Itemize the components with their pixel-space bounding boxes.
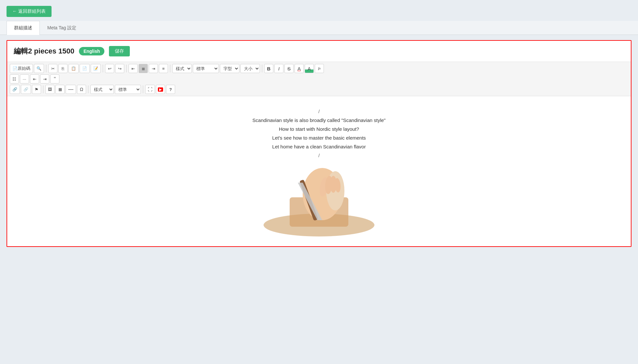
illustration-svg xyxy=(251,165,387,236)
illustration-area xyxy=(23,165,615,236)
ordered-list-btn[interactable]: ☷ xyxy=(10,74,19,83)
undo-btn[interactable]: ↩ xyxy=(105,64,114,73)
bold-btn[interactable]: B xyxy=(264,64,273,73)
editor-title: 編輯2 pieces 1500 xyxy=(14,46,74,56)
tab-metatag[interactable]: Meta Tag 設定 xyxy=(40,21,84,35)
editor-body[interactable]: / Scandinavian style is also broadly cal… xyxy=(7,96,631,246)
align-center-btn[interactable]: ≣ xyxy=(139,64,148,73)
editor-line-1: Scandinavian style is also broadly calle… xyxy=(23,117,615,123)
separator-5 xyxy=(262,65,262,72)
main-content: 編輯2 pieces 1500 English 儲存 📄 原始碼 🔍 ✂ xyxy=(0,35,638,252)
unlink-btn[interactable]: 🔗 xyxy=(21,85,31,94)
cut-btn[interactable]: ✂ xyxy=(48,64,57,73)
special-chars-icon: Ω xyxy=(80,87,83,92)
bg-color-btn[interactable]: A xyxy=(305,64,314,73)
save-button[interactable]: 儲存 xyxy=(109,46,130,56)
font-color-btn[interactable]: A xyxy=(295,64,304,73)
editor-line-2: How to start with Nordic style layout? xyxy=(23,126,615,132)
separator-3 xyxy=(126,65,127,72)
youtube-icon: ▶ xyxy=(158,87,163,92)
toolbar-area: 📄 原始碼 🔍 ✂ ⎘ 📋 📄 xyxy=(7,62,631,96)
unlink-icon: 🔗 xyxy=(23,87,28,92)
align-center-icon: ≣ xyxy=(142,66,145,71)
anchor-btn[interactable]: ⚑ xyxy=(32,85,41,94)
paste-btn[interactable]: 📋 xyxy=(68,64,79,73)
table-btn[interactable]: ▦ xyxy=(55,85,65,94)
hr-icon: — xyxy=(68,86,73,92)
paste-word-icon: 📝 xyxy=(93,66,98,71)
strike-btn[interactable]: S xyxy=(284,64,294,73)
anchor-icon: ⚑ xyxy=(35,87,38,92)
font-select[interactable]: 字型 xyxy=(220,64,239,73)
copy-icon: ⎘ xyxy=(62,66,64,71)
indent-less-btn[interactable]: ⇤ xyxy=(30,74,39,83)
indent-more-btn[interactable]: ⇥ xyxy=(40,74,49,83)
separator-4 xyxy=(170,65,170,72)
link-btn[interactable]: 🔗 xyxy=(10,85,20,94)
separator-7 xyxy=(88,85,88,93)
toolbar-row-1: 📄 原始碼 🔍 ✂ ⎘ 📋 📄 xyxy=(10,64,628,73)
align-justify-icon: ≡ xyxy=(162,66,165,71)
align-right-btn[interactable]: ⇥ xyxy=(149,64,158,73)
toolbar-row-3: 🔗 🔗 ⚑ 🖼 ▦ — Ω xyxy=(10,85,628,94)
fullscreen-btn[interactable]: ⛶ xyxy=(145,85,155,94)
copy-btn[interactable]: ⎘ xyxy=(58,64,68,73)
back-button[interactable]: ← 返回群組列表 xyxy=(7,6,52,17)
paste-text-btn[interactable]: 📄 xyxy=(80,64,90,73)
table-icon: ▦ xyxy=(58,87,62,92)
editor-container: 編輯2 pieces 1500 English 儲存 📄 原始碼 🔍 ✂ xyxy=(7,40,631,247)
indent-less-icon: ⇤ xyxy=(33,77,37,82)
editor-line-3: Let's see how to master the basic elemen… xyxy=(23,135,615,141)
editor-header: 編輯2 pieces 1500 English 儲存 xyxy=(7,41,631,62)
italic-btn[interactable]: I xyxy=(274,64,283,73)
format-select[interactable]: 標準 xyxy=(193,64,219,73)
link-icon: 🔗 xyxy=(12,87,17,92)
ordered-list-icon: ☷ xyxy=(12,77,16,82)
style-select[interactable]: 樣式 xyxy=(172,64,192,73)
align-right-icon: ⇥ xyxy=(152,66,155,71)
cut-icon: ✂ xyxy=(51,66,55,71)
tab-description[interactable]: 群組描述 xyxy=(7,21,40,35)
language-badge[interactable]: English xyxy=(79,47,105,55)
special-chars-btn[interactable]: Ω xyxy=(77,85,86,94)
editor-slash-1: / xyxy=(23,109,615,114)
image-btn[interactable]: 🖼 xyxy=(45,85,54,94)
indent-more-icon: ⇥ xyxy=(43,77,47,82)
help-btn[interactable]: ? xyxy=(166,85,175,94)
redo-icon: ↪ xyxy=(118,66,122,71)
paste-text-icon: 📄 xyxy=(82,66,87,71)
paste-icon: 📋 xyxy=(71,66,76,71)
bg-color-icon: A xyxy=(308,66,311,71)
undo-icon: ↩ xyxy=(108,66,112,71)
unordered-list-btn[interactable]: ∙∙∙ xyxy=(20,74,29,83)
youtube-btn[interactable]: ▶ xyxy=(156,85,165,94)
fullscreen-icon: ⛶ xyxy=(148,87,152,92)
blockquote-btn[interactable]: " xyxy=(50,74,59,83)
unordered-list-icon: ∙∙∙ xyxy=(23,77,26,82)
separator-1 xyxy=(46,65,46,72)
style-select-2[interactable]: 樣式 xyxy=(90,85,114,94)
separator-2 xyxy=(103,65,103,72)
editor-line-4: Let home have a clean Scandinavian flavo… xyxy=(23,144,615,149)
paste-word-btn[interactable]: 📝 xyxy=(91,64,101,73)
tabs-bar: 群組描述 Meta Tag 設定 xyxy=(0,21,638,35)
format-select-2[interactable]: 標準 xyxy=(115,85,141,94)
redo-btn[interactable]: ↪ xyxy=(115,64,124,73)
source-btn[interactable]: 📄 原始碼 xyxy=(10,64,33,73)
source-label: 原始碼 xyxy=(18,66,30,71)
clear-format-btn[interactable]: Ix xyxy=(315,64,324,73)
editor-slash-2: / xyxy=(23,153,615,158)
toolbar-row-2: ☷ ∙∙∙ ⇤ ⇥ " xyxy=(10,74,628,83)
search-icon: 🔍 xyxy=(37,66,41,71)
file-icon: 📄 xyxy=(12,66,18,71)
separator-8 xyxy=(143,85,143,93)
top-bar: ← 返回群組列表 xyxy=(0,0,638,21)
size-select[interactable]: 大小 xyxy=(240,64,260,73)
align-left-icon: ⇤ xyxy=(131,66,135,71)
align-justify-btn[interactable]: ≡ xyxy=(159,64,168,73)
align-left-btn[interactable]: ⇤ xyxy=(129,64,138,73)
search-btn[interactable]: 🔍 xyxy=(34,64,44,73)
separator-6 xyxy=(43,85,43,93)
hr-btn[interactable]: — xyxy=(66,85,76,94)
image-icon: 🖼 xyxy=(48,87,52,92)
